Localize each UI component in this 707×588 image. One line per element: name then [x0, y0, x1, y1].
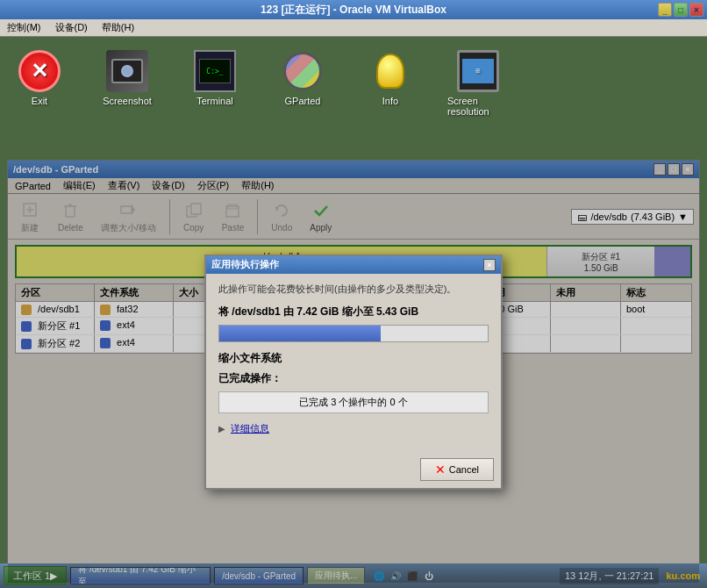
triangle-icon: ▶: [218, 424, 225, 434]
window-title: 123 [正在运行] - Oracle VM VirtualBox: [261, 3, 446, 18]
close-button[interactable]: ×: [689, 3, 703, 17]
screenres-icon-button[interactable]: ⊞ Screen resolution: [447, 50, 509, 117]
maximize-button[interactable]: □: [674, 3, 688, 17]
modal-body: 此操作可能会花费较长时间(由操作的多少及类型决定)。 将 /dev/sdb1 由…: [206, 274, 501, 455]
window-controls: _ □ ×: [658, 3, 703, 17]
terminal-icon: C:>_: [194, 50, 236, 92]
cancel-icon: ✕: [435, 463, 446, 477]
gparted-window: /dev/sdb - GParted _ □ × GParted 编辑(E) 查…: [7, 160, 700, 584]
modal-details-link[interactable]: 详细信息: [231, 422, 269, 435]
modal-shrink-label: 缩小文件系统: [218, 351, 489, 366]
gparted-icon-button[interactable]: GParted: [272, 50, 333, 106]
menu-help[interactable]: 帮助(H): [98, 20, 138, 35]
window-title-bar: 123 [正在运行] - Oracle VM VirtualBox _ □ ×: [0, 0, 707, 19]
screenshot-label: Screenshot: [103, 96, 152, 106]
modal-completed-text: 已完成 3 个操作中的 0 个: [218, 391, 489, 413]
exit-label: Exit: [32, 96, 47, 106]
modal-footer: ✕ Cancel: [206, 455, 501, 488]
modal-progress-fill: [219, 326, 381, 341]
info-label: Info: [382, 96, 398, 106]
desktop: ✕ Exit Screenshot C:>_: [0, 37, 707, 160]
modal-progress-bar-container: [218, 325, 489, 342]
modal-warning-text: 此操作可能会花费较长时间(由操作的多少及类型决定)。: [218, 283, 489, 296]
screenres-screen: ⊞: [462, 59, 494, 83]
gparted-label: GParted: [285, 96, 321, 106]
cancel-label: Cancel: [449, 464, 479, 475]
modal-overlay: 应用待执行操作 × 此操作可能会花费较长时间(由操作的多少及类型决定)。 将 /…: [8, 161, 699, 583]
screenshot-icon: [106, 50, 148, 92]
exit-icon: ✕: [18, 50, 61, 92]
menu-devices[interactable]: 设备(D): [52, 20, 91, 35]
exit-icon-button[interactable]: ✕ Exit: [9, 50, 70, 106]
modal-operation-title: 将 /dev/sdb1 由 7.42 GiB 缩小至 5.43 GiB: [218, 305, 489, 319]
gparted-icon: [282, 50, 324, 92]
screenres-label: Screen resolution: [447, 96, 509, 117]
modal-details-row[interactable]: ▶ 详细信息: [218, 422, 489, 435]
menu-bar: 控制(M) 设备(D) 帮助(H): [0, 19, 707, 37]
screenres-icon: ⊞: [457, 50, 499, 92]
terminal-icon-button[interactable]: C:>_ Terminal: [184, 50, 246, 106]
screenshot-icon-button[interactable]: Screenshot: [96, 50, 158, 106]
modal-title-text: 应用待执行操作: [211, 258, 279, 271]
apply-operations-dialog: 应用待执行操作 × 此操作可能会花费较长时间(由操作的多少及类型决定)。 将 /…: [204, 255, 503, 490]
modal-close-button[interactable]: ×: [483, 259, 496, 271]
cancel-button[interactable]: ✕ Cancel: [420, 458, 494, 481]
modal-completed-label: 已完成操作：: [218, 371, 489, 386]
menu-control[interactable]: 控制(M): [4, 20, 45, 35]
info-icon: [369, 50, 411, 92]
modal-title-bar: 应用待执行操作 ×: [206, 256, 501, 274]
terminal-label: Terminal: [196, 96, 233, 106]
info-icon-button[interactable]: Info: [360, 50, 421, 106]
terminal-icon-text: C:>_: [206, 68, 223, 75]
minimize-button[interactable]: _: [658, 3, 672, 17]
